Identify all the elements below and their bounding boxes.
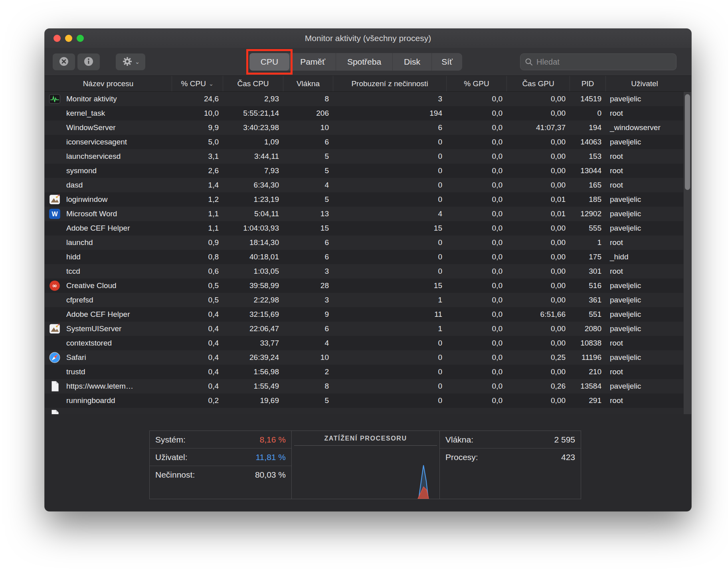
cell-threads: 3 [283, 296, 333, 304]
minimize-button[interactable] [65, 35, 72, 42]
cell-gpu: 0,0 [447, 152, 507, 161]
cell-cpu: 1,4 [172, 181, 223, 190]
column-header-gpu[interactable]: % GPU [447, 76, 507, 91]
cell-cpu: 24,6 [172, 95, 223, 103]
zoom-button[interactable] [77, 35, 84, 42]
table-row[interactable]: launchd0,918:14,30600,00,001root [45, 235, 691, 250]
blank-icon [49, 165, 61, 177]
cell-gpu: 0,0 [447, 324, 507, 333]
blank-icon [49, 179, 61, 191]
tab-cpu[interactable]: CPU [249, 53, 289, 71]
actions-menu-button[interactable]: ⌄ [116, 53, 145, 70]
cell-user: paveljelic [606, 224, 683, 233]
column-header-cpu_time[interactable]: Čas CPU [223, 76, 283, 91]
table-row[interactable]: trustd0,41:56,98200,00,00210root [45, 365, 691, 379]
cell-user: paveljelic [606, 310, 683, 319]
inspect-process-button[interactable] [77, 53, 100, 70]
cell-pid: 0 [570, 109, 606, 118]
table-row[interactable]: runningboardd0,219,69500,00,00291root [45, 393, 691, 408]
process-name: https://www.letem… [66, 382, 133, 391]
table-row[interactable]: WindowServer9,93:40:23,981060,041:07,371… [45, 121, 691, 135]
table-row[interactable]: Monitor aktivity24,62,93830,00,0014519pa… [45, 92, 691, 106]
cell-cpu: 1,2 [172, 195, 223, 204]
table-row[interactable]: kernel_task10,05:55:21,142061940,00,000r… [45, 106, 691, 121]
close-button[interactable] [53, 35, 61, 42]
cell-gpu_time: 0,00 [507, 152, 570, 161]
quit-process-icon [58, 55, 70, 69]
column-header-user[interactable]: Uživatel [606, 76, 683, 91]
cell-user: paveljelic [606, 209, 683, 218]
table-row[interactable]: sysmond2,67,93500,00,0013044root [45, 164, 691, 178]
cell-cpu_time: 32:15,69 [223, 310, 283, 319]
scrollbar[interactable] [683, 92, 691, 414]
cell-cpu: 0,4 [172, 310, 223, 319]
cell-name: hidd [45, 251, 172, 263]
table-row[interactable]: contextstored0,433,77400,00,0010838root [45, 336, 691, 350]
column-header-pid[interactable]: PID [570, 76, 606, 91]
cell-gpu_time: 0,00 [507, 95, 570, 103]
process-name: launchservicesd [66, 152, 121, 161]
table-row[interactable]: dasd1,46:34,30400,00,00165root [45, 178, 691, 192]
process-name: contextstored [66, 339, 112, 348]
cell-cpu: 5,0 [172, 138, 223, 146]
process-name: hidd [66, 253, 81, 261]
column-label: Probuzení z nečinnosti [351, 79, 428, 88]
cell-idle_wake: 0 [333, 238, 447, 247]
table-row[interactable]: WMicrosoft Word1,15:04,111340,00,0112902… [45, 207, 691, 221]
column-header-cpu[interactable]: % CPU⌄ [172, 76, 223, 91]
table-row[interactable]: loginwindow1,21:23,19500,00,01185pavelje… [45, 192, 691, 207]
table-row[interactable]: cfprefsd0,52:22,98310,00,00361paveljelic [45, 293, 691, 307]
table-row[interactable]: SystemUIServer0,422:06,47610,00,002080pa… [45, 322, 691, 336]
activity-monitor-window: Monitor aktivity (všechny procesy) ⌄ CPU… [45, 29, 691, 511]
cell-user: paveljelic [606, 281, 683, 290]
cpu-load-title: ZATÍŽENÍ PROCESORU [294, 431, 437, 446]
cell-cpu_time: 26:39,24 [223, 353, 283, 362]
tab-spotreba[interactable]: Spotřeba [336, 53, 392, 71]
cell-pid: 175 [570, 253, 606, 261]
table-header: Název procesu% CPU⌄Čas CPUVláknaProbuzen… [45, 76, 691, 92]
cell-gpu: 0,0 [447, 209, 507, 218]
table-row[interactable]: iconservicesagent5,01,09600,00,0014063pa… [45, 135, 691, 149]
table-row[interactable]: ∞Creative Cloud0,539:58,9928150,00,00516… [45, 279, 691, 293]
process-name: Creative Cloud [66, 281, 117, 290]
cell-gpu_time: 0,00 [507, 166, 570, 175]
search-input[interactable] [520, 53, 677, 70]
cell-cpu: 10,0 [172, 109, 223, 118]
quit-process-button[interactable] [53, 53, 75, 70]
table-row[interactable]: launchservicesd3,13:44,11500,00,00153roo… [45, 149, 691, 164]
table-row[interactable]: Adobe CEF Helper0,432:15,699110,06:51,66… [45, 307, 691, 322]
cell-cpu: 1,1 [172, 209, 223, 218]
cell-idle_wake: 15 [333, 281, 447, 290]
column-header-gpu_time[interactable]: Čas GPU [507, 76, 570, 91]
cell-user: root [606, 181, 683, 190]
blank-icon [49, 237, 61, 249]
cell-gpu_time: 0,00 [507, 324, 570, 333]
table-row[interactable]: tccd0,61:03,05300,00,00301root [45, 264, 691, 279]
cell-cpu: 0,2 [172, 396, 223, 405]
cpu-stat-row: Systém:8,16 % [150, 431, 291, 448]
cell-gpu: 0,0 [447, 296, 507, 304]
cell-cpu_time: 1:56,98 [223, 367, 283, 376]
cell-user: root [606, 152, 683, 161]
count-stat-row: Vlákna:2 595 [440, 431, 581, 448]
cell-cpu_time: 33,77 [223, 339, 283, 348]
table-row[interactable]: Adobe CEF Helper1,11:04:03,9315150,00,00… [45, 221, 691, 235]
tab-sit[interactable]: Síť [431, 53, 462, 71]
column-header-name[interactable]: Název procesu [45, 76, 172, 91]
table-row-partial[interactable] [45, 408, 691, 414]
table-row[interactable]: https://www.letem…0,41:55,49800,00,26135… [45, 379, 691, 393]
cell-threads: 10 [283, 123, 333, 132]
cell-pid: 210 [570, 367, 606, 376]
scrollbar-thumb[interactable] [685, 94, 690, 190]
column-header-idle_wake[interactable]: Probuzení z nečinnosti [333, 76, 447, 91]
column-header-threads[interactable]: Vlákna [283, 76, 333, 91]
tab-disk[interactable]: Disk [392, 53, 431, 71]
table-row[interactable]: hidd0,840:18,01600,00,00175_hidd [45, 250, 691, 264]
cell-gpu: 0,0 [447, 181, 507, 190]
cell-user: paveljelic [606, 324, 683, 333]
table-row[interactable]: Safari0,426:39,241000,00,2511196paveljel… [45, 350, 691, 365]
titlebar[interactable]: Monitor aktivity (všechny procesy) [45, 29, 691, 48]
cell-pid: 555 [570, 224, 606, 233]
tab-pamet[interactable]: Paměť [289, 53, 336, 71]
cell-cpu_time: 22:06,47 [223, 324, 283, 333]
